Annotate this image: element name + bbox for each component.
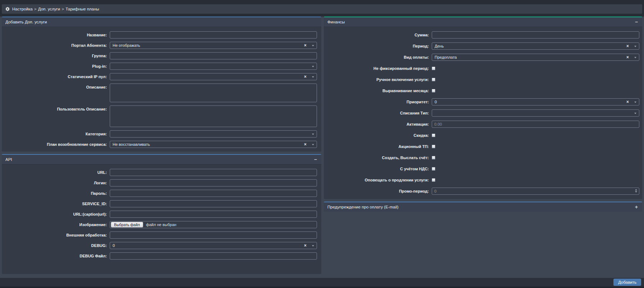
spinner-down-icon[interactable] [635, 191, 637, 193]
s-uchyotom-nds-checkbox[interactable] [432, 167, 435, 171]
ruchnoe-vklyuchenie-uslugi-checkbox[interactable] [432, 78, 435, 81]
aktivatsiya-input[interactable] [432, 121, 639, 128]
payment-warning-collapse-button plus-icon[interactable]: + [634, 204, 639, 210]
content-area: Добавить Доп. услуги Название:Портал Або… [0, 17, 644, 278]
field-row-opoveschat-o-prodlenii-uslugi: Оповещать о продлении услуги: [324, 176, 639, 184]
clear-icon[interactable]: × [626, 44, 629, 48]
gruppa-input[interactable] [110, 52, 317, 59]
debug-select[interactable]: 0× [110, 242, 317, 249]
sozdat-vyslat-schyot-checkbox[interactable] [432, 156, 435, 159]
debug-fayl-control [110, 252, 317, 260]
clear-icon[interactable]: × [304, 142, 307, 147]
portal-abonenta-select[interactable]: Не отображать× [110, 42, 317, 49]
debug-selected-value: 0 [113, 243, 303, 248]
chevron-down-icon [312, 134, 314, 135]
field-row-ruchnoe-vklyuchenie-uslugi: Ручное включение услуги: [324, 76, 639, 83]
opoveschat-o-prodlenii-uslugi-checkbox[interactable] [432, 178, 435, 182]
kategoriya-control [110, 130, 317, 138]
field-row-vneshnyaya-obrabotka: Внешняя обработка: [2, 231, 317, 239]
breadcrumb-item-2[interactable]: Доп. услуги [38, 7, 60, 11]
opisanie-control [110, 84, 317, 102]
vneshnyaya-obrabotka-label: Внешняя обработка: [2, 231, 110, 239]
field-row-promo-period: Промо-период: [324, 188, 639, 195]
field-row-period: Период:День× [324, 42, 639, 50]
panel-finance: Финансы − Сумма:Период:День×Вид оплаты:П… [324, 17, 642, 199]
finance-collapse-button minus-icon[interactable]: − [634, 19, 639, 24]
ne-fiksirovannyy-period-checkbox[interactable] [432, 67, 435, 70]
service-id-input[interactable] [110, 200, 317, 207]
plug-in-select[interactable] [110, 63, 317, 70]
kategoriya-select[interactable] [110, 130, 317, 138]
clear-icon[interactable]: × [304, 243, 307, 248]
aktsionnyy-tp-checkbox[interactable] [432, 145, 435, 148]
polzovatel-opisanie-control [110, 105, 317, 127]
vyravnivanie-mesyatsa-checkbox[interactable] [432, 89, 435, 93]
sozdat-vyslat-schyot-label: Создать, Выслать счёт: [324, 154, 432, 161]
url-input[interactable] [110, 169, 317, 176]
vid-oplaty-selected-value: Предоплата [435, 55, 625, 59]
breadcrumb-separator: > [60, 7, 65, 11]
submit-button[interactable]: Добавить [613, 279, 641, 286]
promo-period-input[interactable] [432, 188, 639, 195]
ne-fiksirovannyy-period-control [432, 67, 639, 70]
panel-add-service: Добавить Доп. услуги Название:Портал Або… [2, 17, 321, 152]
portal-abonenta-label: Портал Абонента: [2, 42, 110, 49]
staticheskiy-ip-pul-select[interactable]: × [110, 73, 317, 80]
ne-fiksirovannyy-period-label: Не фиксированный период: [324, 65, 432, 72]
clear-icon[interactable]: × [304, 75, 307, 79]
panel-finance-body: Сумма:Период:День×Вид оплаты:Предоплата×… [324, 27, 642, 199]
panel-api-header: API − [2, 155, 321, 165]
ruchnoe-vklyuchenie-uslugi-control [432, 78, 639, 81]
spisaniya-tip-select[interactable] [432, 109, 639, 117]
panel-api-body: URL:Логин:Пароль:SERVICE_ID:URL:(caption… [2, 165, 321, 274]
prioritet-selected-value: 0 [435, 100, 625, 104]
summa-input[interactable] [432, 31, 639, 39]
clear-icon[interactable]: × [304, 43, 307, 48]
clear-icon[interactable]: × [626, 100, 629, 104]
api-collapse-button minus-icon[interactable]: − [313, 157, 318, 162]
nazvanie-input[interactable] [110, 31, 317, 39]
debug-fayl-input[interactable] [110, 252, 317, 260]
vneshnyaya-obrabotka-input[interactable] [110, 231, 317, 239]
plan-vozobnovlenie-servisa-select[interactable]: Не восстанавливать× [110, 141, 317, 148]
gruppa-control [110, 52, 317, 59]
field-row-s-uchyotom-nds: С учётом НДС: [324, 165, 639, 172]
skidka-checkbox[interactable] [432, 134, 435, 137]
opisanie-textarea[interactable] [110, 84, 317, 102]
breadcrumb-item-3[interactable]: Тарифные планы [65, 7, 99, 11]
prioritet-control: 0× [432, 98, 639, 105]
chevron-down-icon [634, 102, 636, 103]
ruchnoe-vklyuchenie-uslugi-label: Ручное включение услуги: [324, 76, 432, 83]
field-row-ne-fiksirovannyy-period: Не фиксированный период: [324, 65, 639, 72]
izobrazhenie-file-button[interactable]: Выбрать файл [111, 222, 143, 228]
vid-oplaty-select[interactable]: Предоплата× [432, 54, 639, 61]
left-column: Добавить Доп. услуги Название:Портал Або… [2, 17, 321, 274]
skidka-control [432, 134, 639, 137]
kategoriya-label: Категория: [2, 130, 110, 138]
spinner-icon[interactable] [635, 189, 637, 193]
field-row-portal-abonenta: Портал Абонента:Не отображать× [2, 42, 317, 49]
period-control: День× [432, 42, 639, 50]
izobrazhenie-label: Изображение: [2, 221, 110, 228]
parol-input[interactable] [110, 190, 317, 197]
spinner-up-icon[interactable] [635, 189, 637, 190]
url-caption-url-input[interactable] [110, 211, 317, 218]
polzovatel-opisanie-textarea[interactable] [110, 105, 317, 127]
service-id-label: SERVICE_ID: [2, 200, 110, 207]
panel-payment-warning-title: Предупреждение про оплату (E-mail) [327, 205, 634, 209]
field-row-vid-oplaty: Вид оплаты:Предоплата× [324, 54, 639, 61]
field-row-summa: Сумма: [324, 31, 639, 39]
login-input[interactable] [110, 179, 317, 186]
period-select[interactable]: День× [432, 42, 639, 50]
gruppa-label: Группа: [2, 52, 110, 59]
vid-oplaty-label: Вид оплаты: [324, 54, 432, 61]
field-row-parol: Пароль: [2, 190, 317, 197]
period-label: Период: [324, 42, 432, 50]
clear-icon[interactable]: × [626, 55, 629, 59]
url-control [110, 169, 317, 176]
prioritet-select[interactable]: 0× [432, 98, 639, 105]
opoveschat-o-prodlenii-uslugi-control [432, 178, 639, 182]
aktivatsiya-control [432, 121, 639, 128]
panel-payment-warning-header: Предупреждение про оплату (E-mail) + [324, 202, 642, 212]
breadcrumb-item-1[interactable]: Настройка [12, 7, 33, 11]
